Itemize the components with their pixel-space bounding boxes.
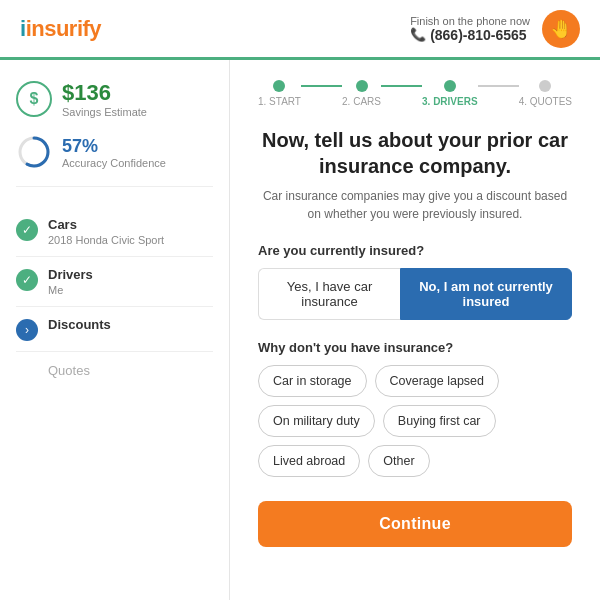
accuracy-row: 57% Accuracy Confidence <box>16 134 213 187</box>
discounts-info: Discounts <box>48 317 111 332</box>
step-cars: 2. CARS <box>342 80 381 107</box>
reason-chip-4[interactable]: Lived abroad <box>258 445 360 477</box>
content-area: 1. START 2. CARS 3. DRIVERS 4. QUOTES No… <box>230 60 600 600</box>
reason-chip-2[interactable]: On military duty <box>258 405 375 437</box>
finish-text: Finish on the phone now <box>410 15 530 27</box>
drivers-info: Drivers Me <box>48 267 93 296</box>
accuracy-pct: 57% <box>62 136 166 157</box>
sidebar-item-quotes: Quotes <box>16 352 213 388</box>
drivers-title: Drivers <box>48 267 93 282</box>
step-quotes: 4. QUOTES <box>519 80 572 107</box>
step-line-2 <box>381 85 422 87</box>
savings-row: $ $136 Savings Estimate <box>16 80 213 118</box>
step-dot-drivers <box>444 80 456 92</box>
quotes-label: Quotes <box>48 363 90 378</box>
logo: iinsurify <box>20 16 101 42</box>
question1-label: Are you currently insured? <box>258 243 572 258</box>
step-line-1 <box>301 85 342 87</box>
savings-amount: $136 <box>62 80 147 106</box>
accuracy-label: Accuracy Confidence <box>62 157 166 169</box>
step-label-drivers: 3. DRIVERS <box>422 96 478 107</box>
savings-icon: $ <box>16 81 52 117</box>
phone-info: Finish on the phone now 📞 (866)-810-6565 <box>410 15 530 43</box>
step-dot-cars <box>356 80 368 92</box>
header-right: Finish on the phone now 📞 (866)-810-6565… <box>410 10 580 48</box>
no-insurance-button[interactable]: No, I am not currently insured <box>400 268 572 320</box>
step-label-cars: 2. CARS <box>342 96 381 107</box>
main-heading: Now, tell us about your prior car insura… <box>258 127 572 179</box>
discounts-title: Discounts <box>48 317 111 332</box>
drivers-check-icon: ✓ <box>16 269 38 291</box>
reason-chip-5[interactable]: Other <box>368 445 429 477</box>
savings-info: $136 Savings Estimate <box>62 80 147 118</box>
step-line-3 <box>478 85 519 87</box>
reason-chip-3[interactable]: Buying first car <box>383 405 496 437</box>
main-layout: $ $136 Savings Estimate 57% Accuracy Con… <box>0 60 600 600</box>
step-drivers: 3. DRIVERS <box>422 80 478 107</box>
header: iinsurify Finish on the phone now 📞 (866… <box>0 0 600 60</box>
sidebar-item-cars: ✓ Cars 2018 Honda Civic Sport <box>16 207 213 257</box>
phone-number: 📞 (866)-810-6565 <box>410 27 530 43</box>
progress-steps: 1. START 2. CARS 3. DRIVERS 4. QUOTES <box>258 80 572 107</box>
savings-label: Savings Estimate <box>62 106 147 118</box>
question2-label: Why don't you have insurance? <box>258 340 572 355</box>
step-label-quotes: 4. QUOTES <box>519 96 572 107</box>
phone-icon: 📞 <box>410 27 426 42</box>
insurance-toggle: Yes, I have car insurance No, I am not c… <box>258 268 572 320</box>
accuracy-info: 57% Accuracy Confidence <box>62 136 166 169</box>
step-dot-quotes <box>539 80 551 92</box>
reason-grid: Car in storageCoverage lapsedOn military… <box>258 365 572 477</box>
sidebar-item-discounts[interactable]: › Discounts <box>16 307 213 352</box>
sidebar: $ $136 Savings Estimate 57% Accuracy Con… <box>0 60 230 600</box>
yes-insurance-button[interactable]: Yes, I have car insurance <box>258 268 400 320</box>
cars-title: Cars <box>48 217 164 232</box>
cars-sub: 2018 Honda Civic Sport <box>48 234 164 246</box>
continue-button[interactable]: Continue <box>258 501 572 547</box>
accuracy-circle <box>16 134 52 170</box>
step-dot-start <box>273 80 285 92</box>
reason-chip-0[interactable]: Car in storage <box>258 365 367 397</box>
step-label-start: 1. START <box>258 96 301 107</box>
avatar-button[interactable]: 🤚 <box>542 10 580 48</box>
sidebar-item-drivers: ✓ Drivers Me <box>16 257 213 307</box>
main-subtext: Car insurance companies may give you a d… <box>258 187 572 223</box>
cars-info: Cars 2018 Honda Civic Sport <box>48 217 164 246</box>
discounts-arrow-icon: › <box>16 319 38 341</box>
cars-check-icon: ✓ <box>16 219 38 241</box>
reason-chip-1[interactable]: Coverage lapsed <box>375 365 500 397</box>
avatar-icon: 🤚 <box>550 18 572 40</box>
step-start: 1. START <box>258 80 301 107</box>
drivers-sub: Me <box>48 284 93 296</box>
